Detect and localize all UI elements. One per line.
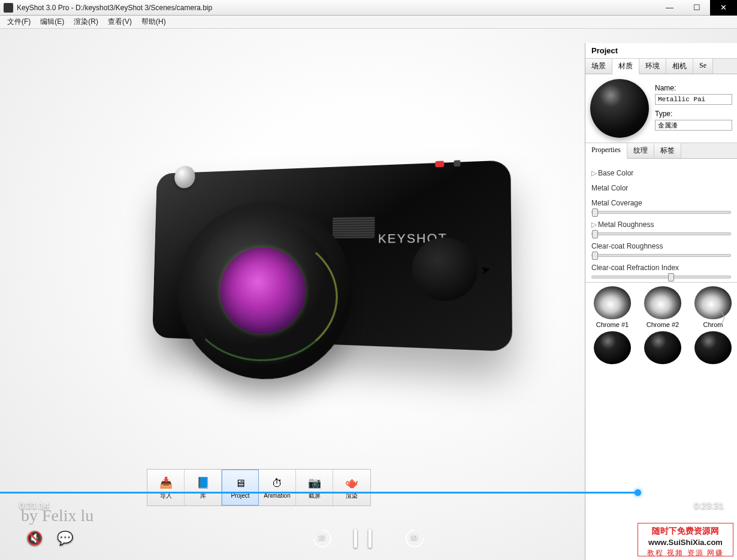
- subtitle-icon[interactable]: 💬: [57, 531, 73, 546]
- render-icon: 🫖: [343, 476, 360, 490]
- skip-forward-button[interactable]: 30: [406, 529, 424, 547]
- material-chrome-2[interactable]: Chrome #2: [642, 286, 684, 329]
- material-dark-2[interactable]: [642, 331, 684, 366]
- pause-button[interactable]: ▎▎: [354, 529, 383, 548]
- material-thumb-icon: [644, 286, 681, 319]
- library-icon: 📘: [195, 476, 212, 490]
- slider-thumb[interactable]: [592, 252, 598, 260]
- watermark-line3: 教程 视频 资源 网赚: [638, 548, 733, 558]
- prop-base-color[interactable]: ▷Base Color: [591, 169, 731, 177]
- tab-settings[interactable]: Se: [693, 59, 713, 74]
- project-tabs: 场景 材质 环境 相机 Se: [585, 59, 737, 74]
- import-icon: 📥: [158, 476, 174, 490]
- material-thumb-icon: [694, 331, 732, 364]
- camera-speaker-grille: [333, 217, 375, 238]
- material-type-label: Type:: [655, 110, 732, 118]
- toolbar-animation[interactable]: ⏱ Animation: [259, 470, 296, 505]
- toolbar-screenshot-label: 截屏: [309, 492, 321, 500]
- expand-icon: ▷: [591, 169, 597, 177]
- tab-camera[interactable]: 相机: [666, 59, 693, 74]
- slider-thumb[interactable]: [592, 230, 598, 238]
- material-thumb-icon: [594, 286, 631, 319]
- author-watermark: by Felix lu: [21, 506, 93, 525]
- slider-metal-coverage[interactable]: [591, 211, 731, 214]
- menu-edit[interactable]: 编辑(E): [35, 16, 69, 28]
- tab-material[interactable]: 材质: [612, 59, 639, 74]
- slider-clearcoat-roughness[interactable]: [591, 254, 731, 257]
- titlebar: KeyShot 3.0 Pro - D:/keyshot3/KeyShot 3/…: [0, 0, 737, 16]
- project-panel-title: Project: [585, 43, 737, 59]
- material-name-input[interactable]: [655, 94, 732, 105]
- slider-thumb[interactable]: [668, 273, 674, 281]
- material-thumb-icon: [594, 331, 631, 364]
- tab-textures[interactable]: 纹理: [627, 143, 654, 158]
- material-type-select[interactable]: [655, 120, 732, 131]
- menu-file[interactable]: 文件(F): [2, 16, 35, 28]
- property-tabs: Properties 纹理 标签: [585, 143, 737, 159]
- screenshot-icon: 📷: [306, 476, 323, 490]
- material-preview-row: Name: Type:: [585, 74, 737, 143]
- toolbar-library[interactable]: 📘 库: [185, 470, 222, 505]
- material-library: Chrome #1 Chrome #2 Chrom: [585, 282, 737, 560]
- camera-grip: [412, 237, 478, 301]
- project-icon: 🖥: [232, 476, 249, 491]
- maximize-button[interactable]: ☐: [683, 0, 710, 16]
- tab-scene[interactable]: 场景: [585, 59, 612, 74]
- menu-render[interactable]: 渲染(R): [69, 16, 103, 28]
- toolbar-animation-label: Animation: [264, 492, 290, 499]
- watermark-line1: 随时下免费资源网: [638, 525, 733, 537]
- tab-labels[interactable]: 标签: [654, 143, 681, 158]
- expand-panel-icon[interactable]: 〉: [719, 308, 735, 329]
- animation-icon: ⏱: [269, 476, 286, 491]
- menubar: 文件(F) 编辑(E) 渲染(R) 查看(V) 帮助(H): [0, 16, 737, 29]
- material-preview-sphere[interactable]: [590, 79, 649, 138]
- close-button[interactable]: ✕: [710, 0, 737, 16]
- tab-environment[interactable]: 环境: [639, 59, 666, 74]
- watermark-line2: www.SuiShiXia.com: [638, 537, 733, 548]
- tab-properties[interactable]: Properties: [585, 143, 627, 159]
- prop-metal-color[interactable]: Metal Color: [591, 184, 731, 192]
- menu-view[interactable]: 查看(V): [103, 16, 137, 28]
- menu-help[interactable]: 帮助(H): [137, 16, 171, 28]
- camera-record-led: [435, 161, 444, 167]
- project-panel: Project 场景 材质 环境 相机 Se Name: Type: Prope…: [585, 43, 737, 560]
- expand-icon: ▷: [591, 220, 597, 229]
- main-toolbar: 📥 导入 📘 库 🖥 Project ⏱ Animation 📷 截: [147, 469, 371, 506]
- toolbar-import-label: 导入: [160, 492, 172, 500]
- toolbar-import[interactable]: 📥 导入: [147, 470, 185, 505]
- toolbar-screenshot[interactable]: 📷 截屏: [296, 470, 333, 505]
- site-watermark: 随时下免费资源网 www.SuiShiXia.com 教程 视频 资源 网赚: [638, 523, 733, 556]
- skip-back-button[interactable]: 10: [313, 529, 331, 547]
- material-name-label: Name:: [655, 84, 732, 92]
- toolbar-render-label: 渲染: [346, 492, 358, 500]
- toolbar-project-label: Project: [231, 492, 249, 499]
- slider-thumb[interactable]: [592, 208, 598, 217]
- prop-metal-roughness[interactable]: ▷Metal Roughness: [591, 220, 731, 229]
- prop-clearcoat-refraction[interactable]: Clear-coat Refraction Index: [591, 264, 731, 272]
- toolbar-project[interactable]: 🖥 Project: [222, 470, 259, 505]
- minimize-button[interactable]: —: [656, 0, 683, 16]
- window-title: KeyShot 3.0 Pro - D:/keyshot3/KeyShot 3/…: [17, 4, 656, 12]
- volume-mute-icon[interactable]: 🔇: [26, 531, 43, 546]
- material-chrome-1[interactable]: Chrome #1: [591, 286, 633, 329]
- prop-clearcoat-roughness[interactable]: Clear-coat Roughness: [591, 242, 731, 250]
- slider-metal-roughness[interactable]: [591, 232, 731, 235]
- app-icon: [4, 3, 13, 13]
- prop-metal-coverage[interactable]: Metal Coverage: [591, 199, 731, 207]
- toolbar-render[interactable]: 🫖 渲染: [333, 470, 370, 505]
- material-dark-1[interactable]: [591, 331, 633, 366]
- camera-top-dot: [454, 160, 460, 167]
- toolbar-library-label: 库: [200, 492, 206, 500]
- material-dark-3[interactable]: [692, 331, 734, 366]
- material-thumb-icon: [644, 331, 681, 364]
- slider-clearcoat-refraction[interactable]: [591, 276, 731, 279]
- properties-body: ▷Base Color Metal Color Metal Coverage ▷…: [585, 159, 737, 282]
- camera-shutter-button: [174, 166, 195, 189]
